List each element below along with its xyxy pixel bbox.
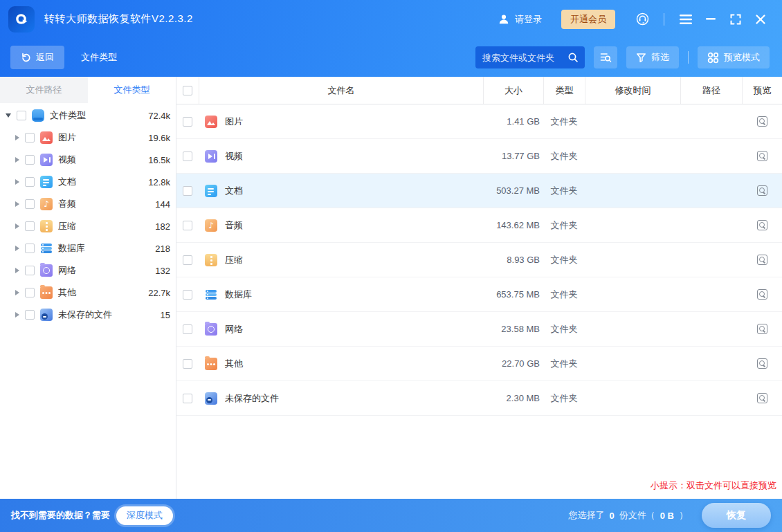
vip-button[interactable]: 开通会员: [561, 10, 615, 29]
row-checkbox[interactable]: [183, 186, 192, 196]
tree-checkbox[interactable]: [25, 221, 35, 231]
file-type-tree: 文件类型 72.4k 图片 19.6k 视频 16.5k: [0, 103, 176, 499]
tree-checkbox[interactable]: [25, 310, 35, 320]
tree-checkbox[interactable]: [25, 288, 35, 297]
table-row[interactable]: 数据库 653.75 MB 文件夹: [176, 277, 782, 312]
select-all-checkbox[interactable]: [183, 86, 192, 95]
tree-checkbox[interactable]: [25, 177, 35, 187]
column-size[interactable]: 大小: [483, 77, 543, 104]
row-checkbox[interactable]: [183, 117, 192, 127]
chevron-right-icon[interactable]: [15, 135, 19, 140]
row-checkbox[interactable]: [183, 221, 192, 230]
file-size: 1.41 GB: [483, 116, 543, 127]
preview-icon[interactable]: [757, 324, 767, 334]
tree-item-unsaved[interactable]: 未保存的文件 15: [0, 304, 176, 326]
tree-item-label: 网络: [58, 264, 76, 277]
chevron-right-icon[interactable]: [15, 201, 19, 207]
selection-count: 0: [610, 511, 615, 521]
tree-item-videos[interactable]: 视频 16.5k: [0, 149, 176, 171]
search-list-button[interactable]: [594, 46, 617, 68]
chevron-right-icon[interactable]: [15, 179, 19, 185]
tree-item-audio[interactable]: 音频 144: [0, 193, 176, 215]
column-type[interactable]: 类型: [543, 77, 585, 104]
row-checkbox[interactable]: [183, 359, 192, 369]
chevron-right-icon[interactable]: [15, 268, 19, 273]
preview-icon[interactable]: [757, 220, 767, 230]
preview-mode-label: 预览模式: [724, 51, 760, 64]
search-box[interactable]: [475, 46, 585, 68]
tree-checkbox[interactable]: [25, 266, 35, 275]
column-modified[interactable]: 修改时间: [585, 77, 680, 104]
table-row[interactable]: 网络 23.58 MB 文件夹: [176, 312, 782, 347]
tree-item-network[interactable]: 网络 132: [0, 259, 176, 282]
chevron-right-icon[interactable]: [15, 157, 19, 163]
chevron-right-icon[interactable]: [15, 312, 19, 318]
deep-mode-button[interactable]: 深度模式: [116, 506, 173, 525]
table-row[interactable]: 视频 13.77 GB 文件夹: [176, 139, 782, 174]
file-name: 网络: [225, 323, 243, 336]
column-filename[interactable]: 文件名: [199, 77, 483, 104]
tree-item-count: 132: [155, 266, 176, 276]
row-checkbox[interactable]: [183, 324, 192, 334]
login-button[interactable]: 请登录: [498, 13, 542, 26]
customer-service-icon[interactable]: [633, 10, 651, 28]
chevron-right-icon[interactable]: [15, 223, 19, 229]
preview-icon[interactable]: [757, 358, 767, 369]
preview-icon[interactable]: [757, 393, 767, 403]
chevron-right-icon[interactable]: [15, 246, 19, 251]
chevron-right-icon[interactable]: [15, 290, 19, 295]
tree-item-documents[interactable]: 文档 12.8k: [0, 171, 176, 193]
preview-icon[interactable]: [757, 185, 767, 196]
breadcrumb: 文件类型: [81, 51, 117, 64]
tree-item-count: 15: [161, 310, 176, 320]
row-checkbox[interactable]: [183, 255, 192, 265]
unsaved-icon: [205, 392, 217, 405]
table-row[interactable]: 压缩 8.93 GB 文件夹: [176, 243, 782, 277]
tree-item-other[interactable]: 其他 22.7k: [0, 282, 176, 304]
video-icon: [40, 154, 53, 166]
preview-mode-button[interactable]: 预览模式: [698, 46, 770, 68]
file-type: 文件夹: [543, 219, 585, 232]
tree-item-count: 22.7k: [148, 288, 176, 298]
tree-checkbox[interactable]: [25, 133, 35, 143]
file-size: 22.70 GB: [483, 358, 543, 369]
search-input[interactable]: [482, 53, 567, 63]
menu-icon[interactable]: [677, 10, 695, 28]
column-preview[interactable]: 预览: [742, 77, 782, 104]
table-row[interactable]: 图片 1.41 GB 文件夹: [176, 104, 782, 139]
tree-item-archives[interactable]: 压缩 182: [0, 215, 176, 237]
filter-button[interactable]: 筛选: [626, 46, 679, 68]
preview-icon[interactable]: [757, 116, 767, 127]
minimize-button[interactable]: [702, 10, 720, 28]
close-button[interactable]: [752, 10, 770, 28]
column-path[interactable]: 路径: [680, 77, 742, 104]
tab-file-path[interactable]: 文件路径: [0, 77, 88, 103]
tree-checkbox[interactable]: [25, 244, 35, 253]
maximize-button[interactable]: [727, 10, 745, 28]
preview-icon[interactable]: [757, 151, 767, 161]
row-checkbox[interactable]: [183, 290, 192, 300]
tree-checkbox[interactable]: [25, 199, 35, 209]
table-row[interactable]: 未保存的文件 2.30 MB 文件夹: [176, 381, 782, 416]
tree-checkbox[interactable]: [25, 155, 35, 165]
preview-icon[interactable]: [757, 289, 767, 300]
table-row-highlighted[interactable]: 文档 503.27 MB 文件夹: [176, 174, 782, 208]
search-icon[interactable]: [567, 52, 579, 63]
row-checkbox[interactable]: [183, 394, 192, 403]
table-row[interactable]: 音频 143.62 MB 文件夹: [176, 208, 782, 243]
tree-item-file-types[interactable]: 文件类型 72.4k: [0, 104, 176, 127]
preview-icon[interactable]: [757, 255, 767, 265]
tree-item-database[interactable]: 数据库 218: [0, 237, 176, 259]
file-table: 文件名 大小 类型 修改时间 路径 预览 图片 1.41 GB 文件夹 视频 1…: [176, 77, 782, 499]
row-checkbox[interactable]: [183, 152, 192, 161]
table-row[interactable]: 其他 22.70 GB 文件夹: [176, 347, 782, 381]
tree-checkbox[interactable]: [17, 111, 26, 120]
tree-item-label: 压缩: [58, 220, 76, 232]
chevron-down-icon[interactable]: [6, 113, 11, 118]
file-size: 503.27 MB: [483, 185, 543, 196]
back-button[interactable]: 返回: [10, 46, 64, 69]
tree-item-images[interactable]: 图片 19.6k: [0, 127, 176, 149]
tab-file-type[interactable]: 文件类型: [88, 77, 176, 103]
recover-button[interactable]: 恢复: [702, 503, 771, 528]
user-icon: [498, 13, 510, 26]
